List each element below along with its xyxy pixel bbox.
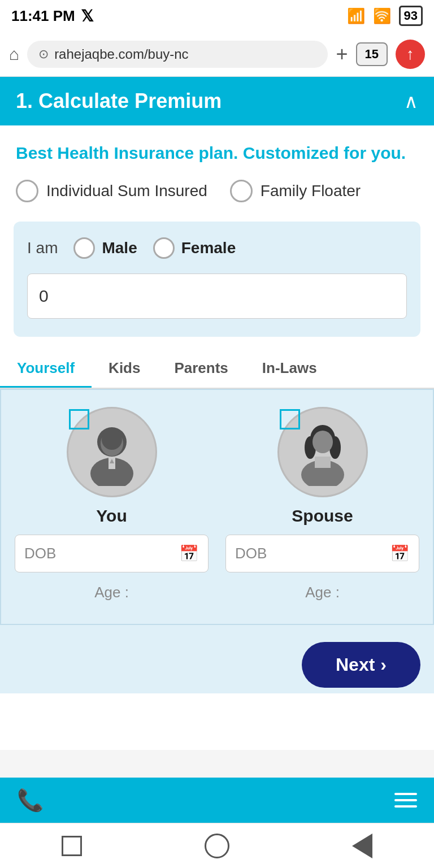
iam-label: I am <box>27 239 58 257</box>
url-security-icon: ⊙ <box>38 47 49 62</box>
svg-point-9 <box>313 431 333 453</box>
phone-icon[interactable]: 📞 <box>17 788 44 813</box>
age-input[interactable] <box>27 274 407 319</box>
next-button-label: Next <box>336 654 375 675</box>
iam-section: I am Male Female <box>14 222 420 337</box>
chevron-up-icon[interactable]: ∧ <box>404 90 418 112</box>
new-tab-button[interactable]: + <box>336 42 348 66</box>
browser-bar: ⌂ ⊙ rahejaqbe.com/buy-nc + 15 ↑ <box>0 32 434 77</box>
persons-grid: You DOB 📅 Age : <box>0 389 434 625</box>
male-label: Male <box>102 239 137 257</box>
svg-rect-11 <box>315 457 331 468</box>
person-card-you: You DOB 📅 Age : <box>15 407 209 601</box>
section-header: 1. Calculate Premium ∧ <box>0 77 434 125</box>
battery-indicator: 93 <box>399 6 423 26</box>
main-content: 1. Calculate Premium ∧ Best Health Insur… <box>0 77 434 750</box>
tab-kids[interactable]: Kids <box>92 350 157 388</box>
female-option[interactable]: Female <box>153 237 236 259</box>
upload-button[interactable]: ↑ <box>396 40 425 69</box>
home-button[interactable]: ⌂ <box>9 45 19 64</box>
female-label: Female <box>181 239 236 257</box>
individual-label: Individual Sum Insured <box>46 182 207 200</box>
spouse-dob-input[interactable]: DOB 📅 <box>225 535 419 572</box>
x-logo: 𝕏 <box>81 7 94 25</box>
tab-yourself[interactable]: Yourself <box>0 350 92 388</box>
you-checkbox[interactable] <box>69 409 89 429</box>
bottom-bar: 📞 <box>0 778 434 823</box>
section-title: 1. Calculate Premium <box>16 89 222 113</box>
you-dob-placeholder: DOB <box>24 545 56 562</box>
person-card-spouse: Spouse DOB 📅 Age : <box>225 407 419 601</box>
person-tabs: Yourself Kids Parents In-Laws <box>0 350 434 389</box>
hamburger-menu-icon[interactable] <box>394 793 417 808</box>
you-age-display: Age : <box>94 584 129 601</box>
android-recent-button[interactable] <box>62 836 82 856</box>
android-nav-bar <box>0 823 434 868</box>
url-text: rahejaqbe.com/buy-nc <box>54 46 188 62</box>
spouse-avatar-wrap <box>277 407 368 497</box>
android-home-button[interactable] <box>205 834 229 858</box>
signal-icon: 📶 <box>347 7 365 25</box>
android-back-button[interactable] <box>352 834 372 858</box>
spouse-checkbox[interactable] <box>280 409 300 429</box>
you-name: You <box>96 506 127 526</box>
spouse-age-display: Age : <box>305 584 340 601</box>
status-time: 11:41 PM <box>11 7 75 25</box>
radio-female[interactable] <box>153 237 175 259</box>
url-bar[interactable]: ⊙ rahejaqbe.com/buy-nc <box>27 41 328 68</box>
tabs-row: Yourself Kids Parents In-Laws <box>0 350 434 388</box>
spouse-dob-placeholder: DOB <box>235 545 267 562</box>
insurance-type-selector: Individual Sum Insured Family Floater <box>0 174 434 216</box>
wifi-icon: 🛜 <box>373 7 391 25</box>
svg-point-2 <box>102 429 122 450</box>
gender-selector-row: I am Male Female <box>27 237 407 259</box>
tab-inlaws[interactable]: In-Laws <box>245 350 334 388</box>
tab-parents[interactable]: Parents <box>157 350 245 388</box>
radio-individual[interactable] <box>16 180 38 202</box>
spouse-calendar-icon: 📅 <box>390 544 410 563</box>
family-floater-option[interactable]: Family Floater <box>230 180 361 202</box>
radio-family[interactable] <box>230 180 253 202</box>
next-button[interactable]: Next › <box>302 642 420 688</box>
tab-count[interactable]: 15 <box>356 42 388 66</box>
you-dob-input[interactable]: DOB 📅 <box>15 535 209 572</box>
family-floater-label: Family Floater <box>261 182 361 200</box>
individual-sum-insured-option[interactable]: Individual Sum Insured <box>16 180 207 202</box>
status-bar: 11:41 PM 𝕏 📶 🛜 93 <box>0 0 434 32</box>
next-button-wrap: Next › <box>0 625 434 693</box>
male-option[interactable]: Male <box>73 237 137 259</box>
radio-male[interactable] <box>73 237 95 259</box>
next-arrow-icon: › <box>380 654 387 675</box>
page-subtitle: Best Health Insurance plan. Customized f… <box>0 125 434 174</box>
you-calendar-icon: 📅 <box>179 544 199 563</box>
spouse-name: Spouse <box>292 506 353 526</box>
you-avatar-wrap <box>67 407 157 497</box>
status-icons: 📶 🛜 93 <box>347 6 423 26</box>
